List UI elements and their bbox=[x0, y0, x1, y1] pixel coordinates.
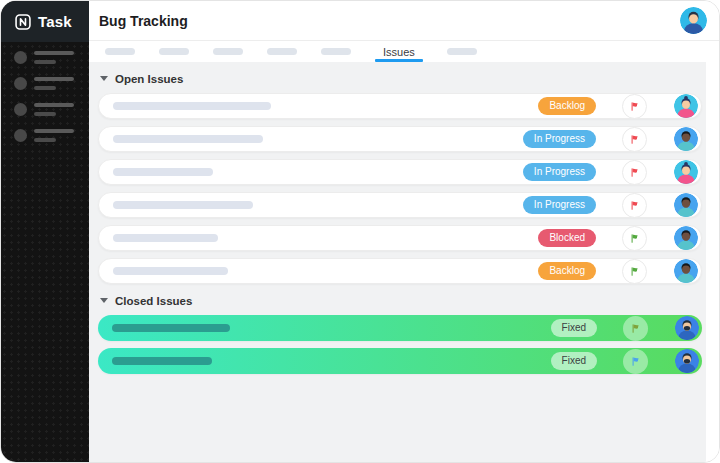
issue-row[interactable]: Blocked bbox=[98, 225, 702, 251]
sidebar-item[interactable] bbox=[14, 77, 89, 90]
issue-title-skeleton bbox=[113, 267, 228, 275]
issue-row[interactable]: In Progress bbox=[98, 126, 702, 152]
sidebar-item-icon bbox=[14, 103, 27, 116]
flag-button[interactable] bbox=[622, 226, 647, 251]
status-badge[interactable]: Fixed bbox=[551, 352, 597, 370]
flag-button[interactable] bbox=[622, 259, 647, 284]
skeleton-text-line bbox=[34, 60, 56, 64]
section-title: Closed Issues bbox=[115, 295, 192, 307]
assignee-avatar[interactable] bbox=[674, 127, 698, 151]
issue-row[interactable]: Fixed bbox=[98, 315, 702, 341]
flag-button[interactable] bbox=[622, 94, 647, 119]
logo-icon bbox=[15, 14, 31, 30]
tab-placeholder[interactable] bbox=[447, 48, 477, 55]
status-badge[interactable]: Backlog bbox=[538, 262, 596, 280]
sidebar-item[interactable] bbox=[14, 51, 89, 64]
issue-row[interactable]: In Progress bbox=[98, 159, 702, 185]
tab-placeholder[interactable] bbox=[267, 48, 297, 55]
skeleton-text-line bbox=[34, 129, 74, 133]
issue-title-skeleton bbox=[113, 201, 253, 209]
skeleton-text-line bbox=[34, 51, 74, 55]
skeleton-text-line bbox=[34, 103, 74, 107]
issue-title-skeleton bbox=[112, 324, 230, 332]
issue-row[interactable]: Backlog bbox=[98, 93, 702, 119]
tab-placeholder[interactable] bbox=[159, 48, 189, 55]
tab-bar: Issues bbox=[89, 41, 719, 62]
status-badge[interactable]: Backlog bbox=[538, 97, 596, 115]
skeleton-text-line bbox=[34, 86, 56, 90]
tab-issues[interactable]: Issues bbox=[375, 41, 423, 62]
skeleton-text-line bbox=[34, 112, 56, 116]
caret-down-icon bbox=[100, 76, 108, 81]
status-badge[interactable]: In Progress bbox=[523, 163, 596, 181]
assignee-avatar[interactable] bbox=[675, 316, 699, 340]
skeleton-text-line bbox=[34, 138, 56, 142]
flag-button[interactable] bbox=[622, 193, 647, 218]
logo-text: Task bbox=[38, 13, 72, 30]
assignee-avatar[interactable] bbox=[674, 259, 698, 283]
status-badge[interactable]: Blocked bbox=[538, 229, 596, 247]
issue-row[interactable]: Fixed bbox=[98, 348, 702, 374]
assignee-avatar[interactable] bbox=[675, 349, 699, 373]
main-area: Bug Tracking Issues Open Issues Backlog … bbox=[89, 1, 719, 462]
sidebar-item[interactable] bbox=[14, 103, 89, 116]
status-badge[interactable]: In Progress bbox=[523, 130, 596, 148]
active-tab-underline bbox=[375, 59, 423, 62]
issue-title-skeleton bbox=[113, 135, 263, 143]
issue-row[interactable]: Backlog bbox=[98, 258, 702, 284]
flag-button[interactable] bbox=[622, 127, 647, 152]
tab-issues-label: Issues bbox=[383, 46, 415, 58]
sidebar-item-icon bbox=[14, 129, 27, 142]
sidebar-item-icon bbox=[14, 51, 27, 64]
assignee-avatar[interactable] bbox=[674, 226, 698, 250]
tab-placeholder[interactable] bbox=[321, 48, 351, 55]
sidebar-item[interactable] bbox=[14, 129, 89, 142]
user-avatar[interactable] bbox=[680, 7, 707, 34]
section-header[interactable]: Open Issues bbox=[100, 72, 702, 85]
issue-title-skeleton bbox=[113, 234, 218, 242]
issue-title-skeleton bbox=[113, 168, 213, 176]
issue-row[interactable]: In Progress bbox=[98, 192, 702, 218]
page-title: Bug Tracking bbox=[99, 13, 680, 29]
tab-placeholder[interactable] bbox=[213, 48, 243, 55]
flag-button[interactable] bbox=[623, 349, 648, 374]
issue-title-skeleton bbox=[113, 102, 271, 110]
assignee-avatar[interactable] bbox=[674, 193, 698, 217]
caret-down-icon bbox=[100, 298, 108, 303]
skeleton-text-line bbox=[34, 77, 74, 81]
flag-button[interactable] bbox=[623, 316, 648, 341]
assignee-avatar[interactable] bbox=[674, 94, 698, 118]
sidebar: Task bbox=[1, 1, 89, 462]
status-badge[interactable]: In Progress bbox=[523, 196, 596, 214]
sidebar-nav bbox=[1, 42, 89, 142]
status-badge[interactable]: Fixed bbox=[551, 319, 597, 337]
app-logo: Task bbox=[1, 1, 89, 42]
issues-section: Open Issues Backlog In Progress In Progr… bbox=[98, 72, 702, 284]
assignee-avatar[interactable] bbox=[674, 160, 698, 184]
topbar: Bug Tracking bbox=[89, 1, 719, 41]
app-window: Task Bug Tracking bbox=[0, 0, 720, 463]
flag-button[interactable] bbox=[622, 160, 647, 185]
content-area: Open Issues Backlog In Progress In Progr… bbox=[89, 62, 706, 462]
section-title: Open Issues bbox=[115, 73, 183, 85]
section-header[interactable]: Closed Issues bbox=[100, 294, 702, 307]
tab-placeholder[interactable] bbox=[105, 48, 135, 55]
issues-section: Closed Issues Fixed Fixed bbox=[98, 294, 702, 374]
issue-title-skeleton bbox=[112, 357, 212, 365]
sidebar-item-icon bbox=[14, 77, 27, 90]
